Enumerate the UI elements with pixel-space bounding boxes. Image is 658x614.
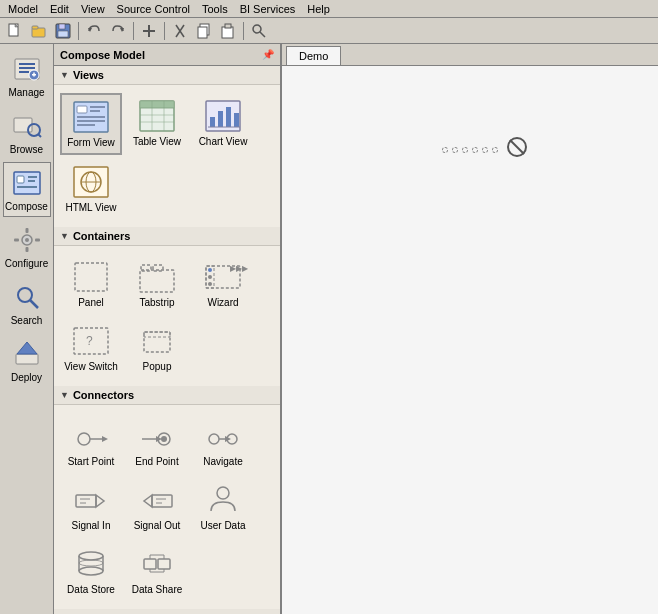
manage-icon [11, 53, 43, 85]
toolbar [0, 18, 658, 44]
drag-indicator [442, 136, 528, 163]
sidebar-item-browse[interactable]: Browse [3, 105, 51, 160]
menu-bi-services[interactable]: BI Services [234, 3, 302, 15]
svg-rect-80 [144, 332, 170, 352]
svg-rect-5 [59, 24, 65, 29]
sidebar-item-manage[interactable]: Manage [3, 48, 51, 103]
add-button[interactable] [138, 20, 160, 42]
toolbar-sep-1 [78, 22, 79, 40]
html-view-icon [71, 164, 111, 200]
svg-rect-16 [225, 24, 231, 28]
svg-point-105 [79, 567, 103, 575]
redo-button[interactable] [107, 20, 129, 42]
svg-line-41 [30, 300, 38, 308]
menu-tools[interactable]: Tools [196, 3, 234, 15]
compose-panel-pin[interactable]: 📌 [262, 49, 274, 60]
svg-rect-39 [35, 239, 40, 242]
containers-section: ▼ Containers Panel [54, 227, 280, 386]
svg-point-40 [18, 288, 32, 302]
signal-in-item[interactable]: Signal In [60, 477, 122, 537]
new-button[interactable] [4, 20, 26, 42]
save-button[interactable] [52, 20, 74, 42]
html-view-item[interactable]: HTML View [60, 159, 122, 219]
operators-section-header[interactable]: ▶ Operators [54, 609, 280, 614]
signal-out-item[interactable]: Signal Out [126, 477, 188, 537]
workspace-tab-demo[interactable]: Demo [286, 46, 341, 65]
svg-rect-30 [17, 176, 24, 183]
start-point-label: Start Point [68, 456, 115, 468]
containers-section-header[interactable]: ▼ Containers [54, 227, 280, 246]
form-view-label: Form View [67, 137, 115, 149]
compose-panel: Compose Model 📌 ▼ Views [54, 44, 282, 614]
svg-line-116 [510, 140, 524, 154]
wizard-item[interactable]: ▶▶▶ Wizard [192, 254, 254, 314]
user-data-item[interactable]: User Data [192, 477, 254, 537]
tabstrip-item[interactable]: Tabstrip [126, 254, 188, 314]
containers-section-title: Containers [73, 230, 130, 242]
svg-rect-68 [75, 263, 107, 291]
menu-source-control[interactable]: Source Control [111, 3, 196, 15]
compose-panel-title: Compose Model [60, 49, 145, 61]
svg-rect-31 [28, 176, 37, 178]
sidebar: Manage Browse Co [0, 44, 54, 614]
svg-rect-60 [218, 111, 223, 127]
view-switch-label: View Switch [64, 361, 118, 373]
open-button[interactable] [28, 20, 50, 42]
svg-rect-48 [77, 124, 95, 126]
view-switch-icon: ? [71, 323, 111, 359]
start-point-item[interactable]: Start Point [60, 413, 122, 473]
chart-view-item[interactable]: Chart View [192, 93, 254, 155]
svg-rect-52 [140, 101, 174, 108]
table-view-label: Table View [133, 136, 181, 148]
data-store-item[interactable]: Data Store [60, 541, 122, 601]
navigate-item[interactable]: Navigate [192, 413, 254, 473]
panel-item[interactable]: Panel [60, 254, 122, 314]
menu-edit[interactable]: Edit [44, 3, 75, 15]
svg-rect-42 [16, 354, 38, 364]
views-section: ▼ Views [54, 66, 280, 227]
svg-rect-6 [58, 31, 68, 37]
drag-dot-2 [452, 147, 458, 153]
menu-help[interactable]: Help [301, 3, 336, 15]
connectors-section-title: Connectors [73, 389, 134, 401]
svg-text:▶▶▶: ▶▶▶ [230, 264, 249, 273]
table-view-item[interactable]: Table View [126, 93, 188, 155]
svg-rect-20 [19, 63, 35, 65]
menu-view[interactable]: View [75, 3, 111, 15]
drag-dot-1 [442, 147, 448, 153]
svg-point-17 [253, 25, 261, 33]
end-point-icon [137, 418, 177, 454]
containers-section-content: Panel Tabstrip [54, 246, 280, 386]
drag-dot-5 [482, 147, 488, 153]
form-view-item[interactable]: Form View [60, 93, 122, 155]
drag-dot-6 [492, 147, 498, 153]
svg-point-101 [217, 487, 229, 499]
search-toolbar-button[interactable] [248, 20, 270, 42]
sidebar-compose-label: Compose [5, 201, 48, 212]
navigate-icon [203, 418, 243, 454]
copy-button[interactable] [193, 20, 215, 42]
undo-button[interactable] [83, 20, 105, 42]
connectors-section-header[interactable]: ▼ Connectors [54, 386, 280, 405]
svg-rect-93 [76, 495, 96, 507]
svg-point-74 [208, 268, 212, 272]
sidebar-item-search[interactable]: Search [3, 276, 51, 331]
sidebar-item-configure[interactable]: Configure [3, 219, 51, 274]
sidebar-item-compose[interactable]: Compose [3, 162, 51, 217]
user-data-icon [203, 482, 243, 518]
content-area: Compose Model 📌 ▼ Views [54, 44, 658, 614]
data-share-item[interactable]: Data Share [126, 541, 188, 601]
svg-marker-94 [96, 495, 104, 507]
workspace-content [282, 66, 658, 86]
paste-button[interactable] [217, 20, 239, 42]
popup-item[interactable]: Popup [126, 318, 188, 378]
svg-point-82 [78, 433, 90, 445]
chart-view-icon [203, 98, 243, 134]
end-point-item[interactable]: End Point [126, 413, 188, 473]
cut-button[interactable] [169, 20, 191, 42]
views-section-header[interactable]: ▼ Views [54, 66, 280, 85]
menu-model[interactable]: Model [2, 3, 44, 15]
sidebar-item-deploy[interactable]: Deploy [3, 333, 51, 388]
view-switch-item[interactable]: ? View Switch [60, 318, 122, 378]
signal-out-label: Signal Out [134, 520, 181, 532]
